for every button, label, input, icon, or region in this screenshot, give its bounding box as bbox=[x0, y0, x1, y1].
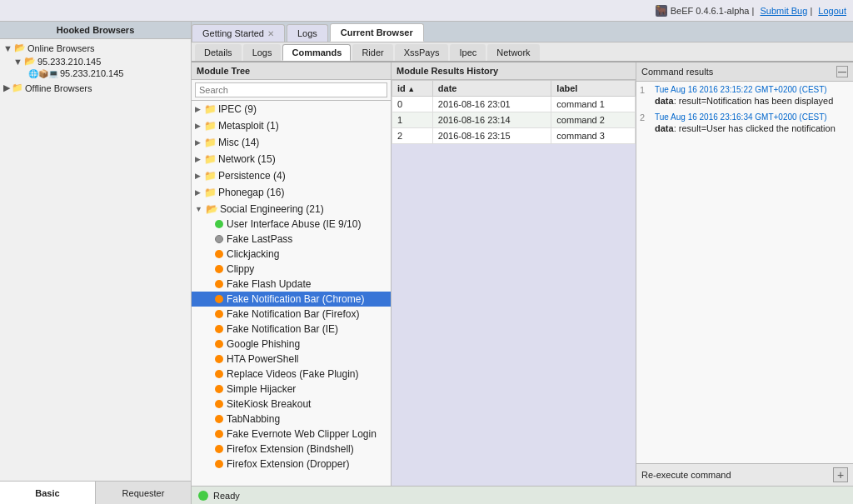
online-browsers-section: ▼ 📂 Online Browsers ▼ 📂 95.233.210.145 🌐… bbox=[2, 41, 189, 81]
group-social-engineering: ▼ 📂 Social Engineering (21) User Interfa… bbox=[192, 201, 391, 472]
cmd-entry-1: 1 Tue Aug 16 2016 23:15:22 GMT+0200 (CES… bbox=[640, 85, 850, 106]
phonegap-folder-icon: 📁 bbox=[204, 187, 217, 198]
item-clickjacking[interactable]: Clickjacking bbox=[192, 247, 391, 262]
item-clippy-label: Clippy bbox=[227, 263, 254, 275]
group-persistence: ▶ 📁 Persistence (4) bbox=[192, 167, 391, 184]
item-clippy[interactable]: Clippy bbox=[192, 262, 391, 277]
table-row[interactable]: 0 2016-08-16 23:01 command 1 bbox=[392, 97, 636, 112]
col-label[interactable]: label bbox=[551, 81, 636, 97]
item-simple-hijacker[interactable]: Simple Hijacker bbox=[192, 382, 391, 397]
group-phonegap: ▶ 📁 Phonegap (16) bbox=[192, 184, 391, 201]
status-icon-firefox-dropper bbox=[215, 460, 223, 468]
cmd-results-panel: Command results — 1 Tue Aug 16 2016 23:1… bbox=[636, 62, 853, 486]
item-fake-lastpass[interactable]: Fake LastPass bbox=[192, 232, 391, 247]
group-ipec-header[interactable]: ▶ 📁 IPEC (9) bbox=[192, 102, 391, 117]
item-google-phishing[interactable]: Google Phishing bbox=[192, 337, 391, 352]
sidebar-tree: ▼ 📂 Online Browsers ▼ 📂 95.233.210.145 🌐… bbox=[0, 39, 191, 481]
social-expand-icon: ▼ bbox=[195, 205, 202, 213]
sidebar-tab-requester[interactable]: Requester bbox=[96, 482, 191, 504]
offline-expand-arrow: ▶ bbox=[3, 82, 10, 93]
module-tree-panel: Module Tree ▶ 📁 IPEC (9) bbox=[192, 62, 392, 486]
item-fake-notif-ie[interactable]: Fake Notification Bar (IE) bbox=[192, 322, 391, 337]
item-firefox-dropper[interactable]: Firefox Extension (Dropper) bbox=[192, 457, 391, 472]
item-fake-evernote[interactable]: Fake Evernote Web Clipper Login bbox=[192, 427, 391, 442]
cmd-footer: Re-execute command + bbox=[636, 463, 853, 486]
ipec-expand-icon: ▶ bbox=[195, 105, 201, 113]
beef-icon: 🐂 bbox=[656, 5, 667, 17]
cmd-num-2: 2 bbox=[640, 112, 651, 122]
table-row[interactable]: 1 2016-08-16 23:14 command 2 bbox=[392, 112, 636, 128]
network-folder-icon: 📁 bbox=[204, 153, 217, 165]
item-sitekiosk[interactable]: SiteKiosk Breakout bbox=[192, 397, 391, 412]
sidebar-tab-basic[interactable]: Basic bbox=[0, 482, 96, 504]
tab-getting-started[interactable]: Getting Started ✕ bbox=[192, 24, 285, 42]
cell-id: 1 bbox=[392, 112, 433, 128]
item-ui-abuse-label: User Interface Abuse (IE 9/10) bbox=[227, 218, 361, 230]
online-browsers-header[interactable]: ▼ 📂 Online Browsers bbox=[2, 42, 189, 54]
status-icon-google-phishing bbox=[215, 340, 223, 348]
tab-current-browser[interactable]: Current Browser bbox=[330, 23, 424, 42]
group-persistence-header[interactable]: ▶ 📁 Persistence (4) bbox=[192, 168, 391, 183]
logout-link[interactable]: Logout bbox=[818, 6, 846, 16]
social-folder-icon: 📂 bbox=[206, 203, 218, 215]
tab-logs[interactable]: Logs bbox=[287, 24, 328, 42]
ip-group-header[interactable]: ▼ 📂 95.233.210.145 bbox=[12, 55, 189, 67]
group-network-header[interactable]: ▶ 📁 Network (15) bbox=[192, 152, 391, 167]
inner-tab-details[interactable]: Details bbox=[195, 44, 242, 61]
misc-expand-icon: ▶ bbox=[195, 138, 201, 147]
status-icon-ui-abuse bbox=[215, 220, 223, 228]
item-fake-notif-chrome[interactable]: Fake Notification Bar (Chrome) bbox=[192, 292, 391, 307]
tab-getting-started-close[interactable]: ✕ bbox=[267, 29, 274, 38]
host-row[interactable]: 🌐📦💻 95.233.210.145 bbox=[25, 67, 189, 79]
ip-group: ▼ 📂 95.233.210.145 🌐📦💻 95.233.210.145 bbox=[2, 54, 189, 80]
topbar: 🐂 BeEF 0.4.6.1-alpha | Submit Bug | Logo… bbox=[0, 0, 853, 22]
inner-tab-ipec[interactable]: Ipec bbox=[450, 44, 486, 61]
submit-bug-link[interactable]: Submit Bug bbox=[760, 6, 807, 16]
cmd-entry-2: 2 Tue Aug 16 2016 23:16:34 GMT+0200 (CES… bbox=[640, 112, 850, 133]
cmd-content-1: Tue Aug 16 2016 23:15:22 GMT+0200 (CEST)… bbox=[655, 85, 850, 106]
item-simple-hijacker-label: Simple Hijacker bbox=[227, 383, 296, 395]
offline-browsers-section: ▶ 📁 Offline Browsers bbox=[2, 81, 189, 95]
offline-browsers-header[interactable]: ▶ 📁 Offline Browsers bbox=[2, 82, 189, 94]
add-cmd-button[interactable]: + bbox=[833, 467, 848, 482]
cell-date: 2016-08-16 23:01 bbox=[432, 97, 551, 112]
item-tabnabbing[interactable]: TabNabbing bbox=[192, 412, 391, 427]
item-fake-notif-ie-label: Fake Notification Bar (IE) bbox=[227, 323, 338, 335]
inner-tab-network[interactable]: Network bbox=[487, 44, 539, 61]
item-hta-powershell-label: HTA PowerShell bbox=[227, 353, 298, 365]
inner-tab-xsspays[interactable]: XssPays bbox=[395, 44, 449, 61]
item-firefox-dropper-label: Firefox Extension (Dropper) bbox=[227, 458, 349, 470]
item-replace-videos[interactable]: Replace Videos (Fake Plugin) bbox=[192, 367, 391, 382]
persistence-expand-icon: ▶ bbox=[195, 172, 201, 180]
table-row[interactable]: 2 2016-08-16 23:15 command 3 bbox=[392, 128, 636, 144]
item-firefox-bindshell[interactable]: Firefox Extension (Bindshell) bbox=[192, 442, 391, 457]
main-container: Hooked Browsers ▼ 📂 Online Browsers ▼ 📂 … bbox=[0, 22, 853, 504]
inner-tab-logs[interactable]: Logs bbox=[243, 44, 282, 61]
online-browsers-label: Online Browsers bbox=[27, 43, 95, 53]
cmd-data-1: data: result=Notification has been displ… bbox=[655, 96, 850, 106]
status-icon-fake-flash bbox=[215, 280, 223, 288]
cmd-panel-close-btn[interactable]: — bbox=[836, 66, 848, 77]
item-ui-abuse[interactable]: User Interface Abuse (IE 9/10) bbox=[192, 217, 391, 232]
group-social-engineering-label: Social Engineering (21) bbox=[220, 203, 324, 215]
col-id[interactable]: id bbox=[392, 81, 433, 97]
group-network-label: Network (15) bbox=[218, 153, 276, 165]
group-social-engineering-header[interactable]: ▼ 📂 Social Engineering (21) bbox=[192, 202, 391, 217]
folder-icon-online: 📂 bbox=[14, 42, 26, 53]
item-clickjacking-label: Clickjacking bbox=[227, 248, 279, 260]
inner-tab-commands[interactable]: Commands bbox=[282, 44, 351, 61]
group-network: ▶ 📁 Network (15) bbox=[192, 151, 391, 167]
col-date[interactable]: date bbox=[432, 81, 551, 97]
inner-tab-rider[interactable]: Rider bbox=[352, 44, 392, 61]
results-tbody: 0 2016-08-16 23:01 command 1 1 2016-08-1… bbox=[392, 97, 636, 144]
group-phonegap-header[interactable]: ▶ 📁 Phonegap (16) bbox=[192, 185, 391, 200]
group-misc-header[interactable]: ▶ 📁 Misc (14) bbox=[192, 135, 391, 150]
item-fake-evernote-label: Fake Evernote Web Clipper Login bbox=[227, 428, 377, 440]
group-metasploit-header[interactable]: ▶ 📁 Metasploit (1) bbox=[192, 118, 391, 133]
item-fake-notif-firefox[interactable]: Fake Notification Bar (Firefox) bbox=[192, 307, 391, 322]
host-entry[interactable]: 🌐📦💻 95.233.210.145 bbox=[12, 67, 189, 79]
results-table: id date label 0 2016-08-16 23:01 command… bbox=[392, 80, 636, 144]
item-fake-flash[interactable]: Fake Flash Update bbox=[192, 277, 391, 292]
item-hta-powershell[interactable]: HTA PowerShell bbox=[192, 352, 391, 367]
search-input[interactable] bbox=[195, 82, 387, 97]
